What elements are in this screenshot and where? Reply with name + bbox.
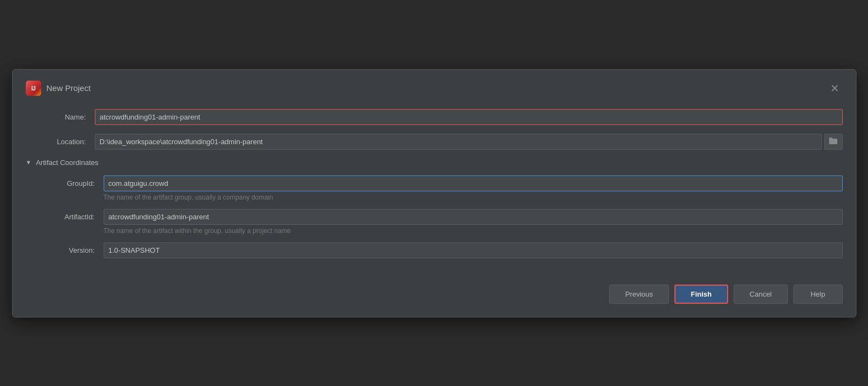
button-bar: Previous Finish Cancel Help [26,276,843,304]
close-button[interactable]: ✕ [827,82,843,95]
svg-rect-0 [829,139,837,144]
name-label: Name: [26,113,86,121]
artifactid-row: ArtifactId: [35,209,843,225]
title-bar: New Project ✕ [26,81,843,96]
close-icon: ✕ [830,82,839,94]
artifactid-input[interactable] [104,209,843,225]
groupid-label: GroupId: [35,179,95,188]
version-input[interactable] [104,242,843,258]
location-row: Location: [26,134,843,150]
groupid-row: GroupId: [35,175,843,191]
version-row: Version: [35,242,843,258]
browse-folder-button[interactable] [824,134,843,150]
svg-rect-1 [829,138,832,139]
new-project-dialog: New Project ✕ Name: Location: ▼ Arti [12,69,856,317]
location-input-group [95,134,843,150]
chevron-down-icon: ▼ [26,159,32,166]
location-label: Location: [26,138,86,146]
help-button[interactable]: Help [793,285,843,304]
artifactid-hint: The name of the artifact within the grou… [104,227,843,235]
artifact-section-header[interactable]: ▼ Artifact Coordinates [26,158,843,167]
previous-button[interactable]: Previous [609,285,669,304]
groupid-input[interactable] [104,175,843,191]
name-row: Name: [26,109,843,125]
folder-icon [829,137,838,146]
version-label: Version: [35,246,95,254]
name-input[interactable] [95,109,843,125]
artifact-section-title: Artifact Coordinates [36,158,98,167]
dialog-title: New Project [47,83,821,93]
artifactid-label: ArtifactId: [35,213,95,221]
cancel-button[interactable]: Cancel [734,285,787,304]
location-input[interactable] [95,134,822,150]
artifact-section: GroupId: The name of the artifact group,… [35,175,843,258]
app-icon [26,81,41,96]
groupid-hint: The name of the artifact group, usually … [104,194,843,201]
finish-button[interactable]: Finish [674,285,728,304]
